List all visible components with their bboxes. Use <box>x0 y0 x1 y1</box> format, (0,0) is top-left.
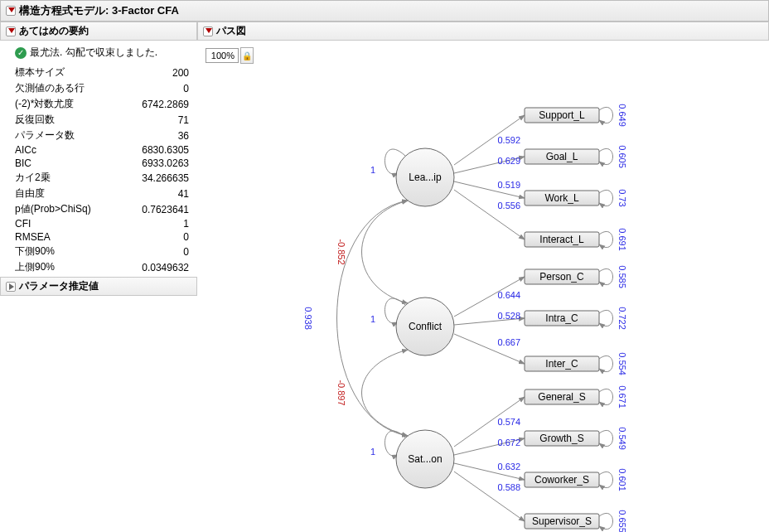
error-variance: 0.649 <box>617 104 627 127</box>
error-variance: 0.605 <box>617 145 627 168</box>
table-row: 標本サイズ200 <box>15 65 189 80</box>
table-row: 欠測値のある行0 <box>15 80 189 96</box>
table-row: AICc6830.6305 <box>15 143 189 157</box>
error-variance: 0.585 <box>617 265 627 288</box>
loading-value: 0.528 <box>498 311 521 321</box>
loading-value: 0.592 <box>498 135 521 145</box>
error-variance: 0.554 <box>617 352 627 375</box>
stat-label: RMSEA <box>15 230 123 244</box>
table-row: (-2)*対数尤度6742.2869 <box>15 96 189 112</box>
stat-label: CFI <box>15 217 123 230</box>
table-row: 下側90%0 <box>15 244 189 259</box>
stat-label: 反復回数 <box>15 112 123 128</box>
table-row: 上側90%0.0349632 <box>15 259 189 275</box>
error-variance: 0.549 <box>617 427 627 450</box>
stat-label: 標本サイズ <box>15 65 123 80</box>
loading-value: 0.519 <box>498 180 521 190</box>
error-variance: 0.655 <box>617 510 627 532</box>
disclosure-icon[interactable] <box>203 27 213 36</box>
stat-label: カイ2乗 <box>15 170 123 186</box>
stat-label: AICc <box>15 143 123 157</box>
stat-label: 欠測値のある行 <box>15 80 123 96</box>
error-variance: 0.691 <box>617 228 627 251</box>
latent-label: Lea...ip <box>409 172 442 183</box>
stat-value: 6830.6305 <box>123 143 189 157</box>
stat-value: 0 <box>123 244 189 259</box>
latent-variance: 1 <box>370 314 375 324</box>
stat-value: 0 <box>123 80 189 96</box>
fit-summary-body: ✓ 最尤法. 勾配で収束しました. 標本サイズ200欠測値のある行0(-2)*対… <box>0 41 197 277</box>
latent-label: Sat...on <box>408 453 442 465</box>
table-row: p値(Prob>ChiSq)0.7623641 <box>15 201 189 217</box>
error-variance: 0.601 <box>617 468 627 491</box>
observed-label: Supervisor_S <box>532 515 592 527</box>
observed-label: Coworker_S <box>534 474 589 486</box>
observed-label: General_S <box>538 391 585 403</box>
covariance-value: -0.897 <box>336 380 346 405</box>
stat-value: 36 <box>123 128 189 143</box>
path-diagram-canvas[interactable]: 100% 🔒 <box>197 41 769 532</box>
path-diagram-header[interactable]: パス図 <box>197 22 769 41</box>
path-diagram-title: パス図 <box>216 24 246 38</box>
observed-label: Intra_C <box>545 312 578 324</box>
loading-value: 0.556 <box>498 201 521 210</box>
latent-label: Conflict <box>409 321 443 332</box>
stat-value: 1 <box>123 217 189 230</box>
latent-variance: 1 <box>370 447 375 457</box>
fit-summary-header[interactable]: あてはめの要約 <box>0 22 197 41</box>
error-variance: 0.722 <box>617 307 627 330</box>
loading-value: 0.644 <box>498 290 521 300</box>
fit-stats-table: 標本サイズ200欠測値のある行0(-2)*対数尤度6742.2869反復回数71… <box>15 65 189 275</box>
covariance-value: 0.938 <box>303 307 313 330</box>
disclosure-icon[interactable] <box>6 6 16 16</box>
converged-text: 最尤法. 勾配で収束しました. <box>30 46 157 60</box>
observed-label: Growth_S <box>539 433 583 444</box>
param-estimates-header[interactable]: パラメータ推定値 <box>0 277 197 296</box>
stat-label: 下側90% <box>15 244 123 259</box>
table-row: 反復回数71 <box>15 112 189 128</box>
loading-value: 0.672 <box>498 438 521 447</box>
stat-label: 自由度 <box>15 186 123 201</box>
stat-value: 6742.2869 <box>123 96 189 112</box>
loading-value: 0.629 <box>498 156 521 166</box>
stat-value: 200 <box>123 65 189 80</box>
table-row: BIC6933.0263 <box>15 157 189 170</box>
loading-value: 0.632 <box>498 462 521 472</box>
main-title-bar: 構造方程式モデル: 3-Factor CFA <box>0 0 769 22</box>
loading-value: 0.574 <box>498 417 521 427</box>
stat-value: 0 <box>123 230 189 244</box>
error-variance: 0.73 <box>617 189 627 206</box>
table-row: 自由度41 <box>15 186 189 201</box>
stat-value: 34.266635 <box>123 170 189 186</box>
sem-diagram-svg: 1Lea...ip1Conflict1Sat...on0.938-0.852-0… <box>197 41 769 532</box>
stat-label: BIC <box>15 157 123 170</box>
stat-value: 0.7623641 <box>123 201 189 217</box>
observed-label: Inter_C <box>545 358 578 370</box>
page-title: 構造方程式モデル: 3-Factor CFA <box>19 3 179 18</box>
table-row: CFI1 <box>15 217 189 230</box>
loading-value: 0.667 <box>498 337 521 347</box>
table-row: RMSEA0 <box>15 230 189 244</box>
observed-label: Work_L <box>544 192 578 204</box>
table-row: カイ2乗34.266635 <box>15 170 189 186</box>
observed-label: Person_C <box>539 271 584 283</box>
stat-label: (-2)*対数尤度 <box>15 96 123 112</box>
observed-label: Support_L <box>539 109 585 121</box>
covariance-value: -0.852 <box>336 239 346 264</box>
table-row: パラメータ数36 <box>15 128 189 143</box>
stat-value: 71 <box>123 112 189 128</box>
stat-label: p値(Prob>ChiSq) <box>15 201 123 217</box>
check-icon: ✓ <box>15 47 27 59</box>
converged-status: ✓ 最尤法. 勾配で収束しました. <box>15 46 189 60</box>
stat-value: 0.0349632 <box>123 259 189 275</box>
loading-value: 0.588 <box>498 482 521 492</box>
error-variance: 0.671 <box>617 385 627 409</box>
stat-label: 上側90% <box>15 259 123 275</box>
fit-summary-title: あてはめの要約 <box>19 24 89 38</box>
stat-label: パラメータ数 <box>15 128 123 143</box>
observed-label: Interact_L <box>539 234 584 245</box>
disclosure-icon[interactable] <box>6 282 16 292</box>
disclosure-icon[interactable] <box>6 27 16 36</box>
param-estimates-title: パラメータ推定値 <box>19 279 99 293</box>
stat-value: 41 <box>123 186 189 201</box>
